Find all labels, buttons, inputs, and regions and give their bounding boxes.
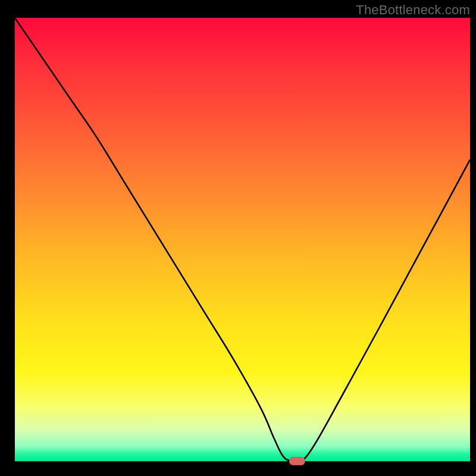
bottleneck-chart bbox=[0, 0, 476, 476]
gradient-background bbox=[15, 18, 470, 461]
chart-frame: TheBottleneck.com bbox=[0, 0, 476, 476]
watermark-text: TheBottleneck.com bbox=[356, 2, 470, 18]
optimum-marker bbox=[289, 458, 305, 465]
